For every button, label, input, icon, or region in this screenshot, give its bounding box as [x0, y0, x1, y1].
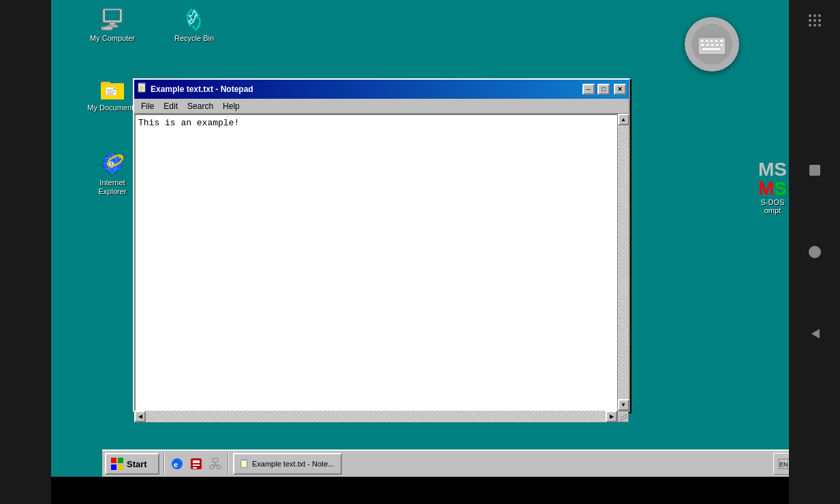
svg-point-62 — [809, 14, 811, 17]
msdos-label: S-DOS ompt — [758, 198, 787, 215]
svg-rect-53 — [210, 465, 214, 469]
desktop-icon-msdos[interactable]: MS MS S-DOS ompt — [758, 160, 787, 215]
svg-rect-29 — [706, 44, 709, 46]
notepad-bottom: ◀ ▶ — [134, 411, 629, 422]
scroll-down-arrow[interactable]: ▼ — [618, 399, 629, 411]
taskbar: Start e — [102, 450, 840, 477]
menu-file[interactable]: File — [137, 100, 158, 112]
notepad-scrollbar-vertical[interactable]: ▲ ▼ — [617, 114, 629, 411]
svg-rect-2 — [110, 22, 115, 25]
desktop-icon-recycle-bin[interactable]: Recycle Bin — [167, 5, 221, 43]
svg-rect-51 — [193, 467, 197, 469]
close-button[interactable]: ✕ — [614, 84, 626, 95]
android-grid-button[interactable] — [801, 7, 828, 34]
svg-rect-27 — [719, 40, 724, 42]
svg-rect-42 — [111, 458, 116, 463]
internet-explorer-icon: e — [99, 150, 126, 177]
svg-rect-43 — [118, 458, 123, 463]
keyboard-icon — [685, 17, 739, 72]
svg-rect-30 — [711, 44, 714, 46]
scroll-track-horizontal[interactable] — [146, 411, 606, 422]
scroll-corner — [617, 411, 629, 422]
svg-rect-26 — [715, 40, 718, 42]
desktop-icon-my-computer[interactable]: My Computer — [85, 5, 140, 43]
android-back-button[interactable] — [801, 320, 828, 347]
taskbar-divider-1 — [164, 453, 165, 475]
notepad-window: Example text.txt - Notepad ─ □ ✕ File Ed… — [133, 78, 630, 412]
svg-point-69 — [813, 24, 816, 27]
menu-search[interactable]: Search — [183, 100, 217, 112]
svg-rect-1 — [105, 10, 120, 20]
taskbar-divider-2 — [228, 453, 229, 475]
my-documents-icon — [99, 75, 126, 102]
taskbar-quick-ie-icon[interactable]: e — [169, 456, 185, 472]
scroll-up-arrow[interactable]: ▲ — [618, 114, 629, 125]
recycle-bin-label: Recycle Bin — [174, 34, 214, 43]
svg-rect-25 — [710, 40, 713, 42]
svg-point-67 — [818, 19, 821, 22]
my-computer-icon — [99, 5, 126, 33]
notepad-title-icon — [137, 82, 148, 96]
my-documents-label: My Documents — [87, 104, 137, 112]
internet-explorer-label: Internet Explorer — [85, 178, 140, 196]
svg-point-63 — [813, 14, 816, 17]
menu-edit[interactable]: Edit — [159, 100, 182, 112]
scroll-right-arrow[interactable]: ▶ — [606, 411, 617, 422]
svg-rect-71 — [809, 165, 820, 176]
svg-text:EN: EN — [779, 461, 788, 468]
svg-rect-33 — [702, 48, 721, 50]
svg-point-68 — [809, 24, 811, 27]
svg-text:e: e — [174, 460, 178, 469]
left-panel — [0, 0, 51, 504]
taskbar-quick-network-icon[interactable] — [207, 456, 223, 472]
start-label: Start — [127, 459, 147, 469]
notepad-titlebar: Example text.txt - Notepad ─ □ ✕ — [134, 80, 629, 99]
notepad-scrollbar-horizontal[interactable]: ◀ ▶ — [134, 411, 617, 422]
svg-point-72 — [809, 246, 821, 258]
svg-marker-73 — [811, 329, 820, 338]
svg-rect-45 — [118, 464, 123, 470]
svg-rect-31 — [715, 44, 719, 46]
svg-rect-58 — [243, 460, 247, 461]
right-panel — [789, 0, 840, 504]
menu-help[interactable]: Help — [219, 100, 244, 112]
notepad-textarea[interactable]: This is an example! — [134, 114, 617, 411]
notepad-content-area: This is an example! ▲ ▼ — [134, 114, 629, 411]
android-home-button[interactable] — [801, 238, 828, 266]
notepad-menubar: File Edit Search Help — [134, 99, 629, 114]
my-computer-label: My Computer — [90, 34, 135, 43]
taskbar-notepad-label: Example text.txt - Note... — [252, 460, 334, 468]
svg-rect-35 — [140, 83, 145, 84]
desktop-icon-internet-explorer[interactable]: e Internet Explorer — [85, 150, 140, 196]
notepad-title-text: Example text.txt - Notepad — [151, 84, 580, 94]
svg-rect-23 — [700, 40, 704, 42]
svg-rect-52 — [213, 458, 218, 462]
recycle-bin-icon — [181, 5, 208, 33]
taskbar-quick-channel-icon[interactable] — [188, 456, 204, 472]
start-button[interactable]: Start — [105, 453, 159, 475]
svg-point-70 — [818, 24, 821, 27]
svg-rect-54 — [217, 465, 221, 469]
svg-point-5 — [103, 27, 104, 29]
svg-rect-28 — [700, 44, 704, 46]
svg-rect-44 — [111, 464, 116, 470]
svg-point-65 — [809, 19, 811, 22]
scroll-track-vertical[interactable] — [618, 125, 629, 399]
minimize-button[interactable]: ─ — [582, 84, 595, 95]
android-square-button[interactable] — [801, 157, 828, 184]
desktop-icon-my-documents[interactable]: My Documents — [85, 75, 140, 112]
svg-point-20 — [119, 155, 123, 159]
svg-rect-49 — [193, 460, 200, 463]
svg-point-66 — [813, 19, 816, 22]
scroll-left-arrow[interactable]: ◀ — [134, 411, 146, 422]
svg-rect-24 — [705, 40, 709, 42]
maximize-button[interactable]: □ — [597, 84, 610, 95]
desktop: My Computer Recycle Bin — [51, 0, 794, 477]
svg-rect-50 — [193, 464, 200, 466]
svg-point-64 — [818, 14, 821, 17]
svg-rect-32 — [720, 44, 724, 46]
taskbar-notepad-button[interactable]: Example text.txt - Note... — [233, 453, 342, 475]
